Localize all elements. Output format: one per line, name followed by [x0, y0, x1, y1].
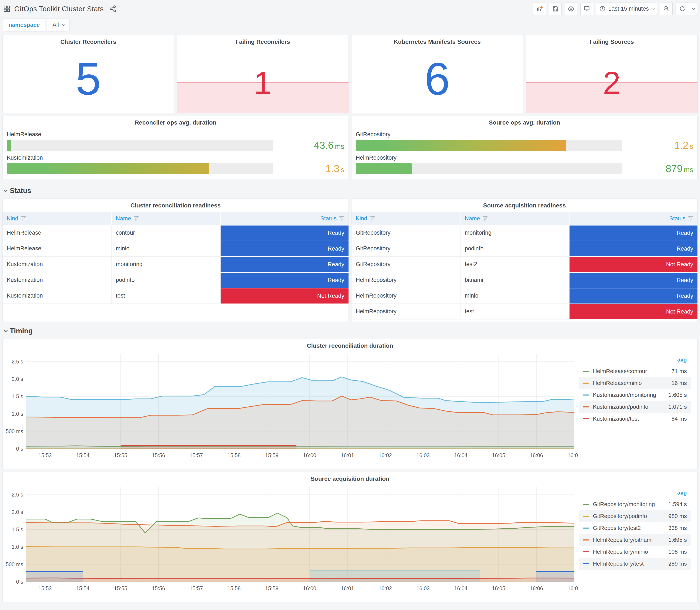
column-header-name[interactable]: Name — [460, 212, 570, 225]
cell-kind: GitRepository — [352, 257, 460, 272]
gauge-row: HelmRelease43.6ms — [7, 131, 344, 151]
filter-icon[interactable] — [370, 216, 375, 221]
table-row: GitRepositorytest2Not Ready — [352, 257, 698, 272]
readiness-table: KindNameStatusGitRepositorymonitoringRea… — [352, 212, 698, 319]
add-panel-button[interactable] — [533, 2, 546, 15]
chevron-down-icon — [62, 22, 65, 26]
gauge-bar-track — [356, 163, 622, 174]
section-timing[interactable]: Timing — [2, 323, 698, 339]
cell-kind: HelmRelease — [2, 241, 112, 257]
variable-namespace-value: All — [52, 22, 59, 28]
gauge-row: Kustomization1.3s — [7, 155, 344, 175]
gauge-row-value: 879ms — [630, 163, 693, 175]
table-row: KustomizationmonitoringReady — [2, 257, 348, 272]
save-dashboard-button[interactable] — [549, 2, 561, 15]
svg-text:15:57: 15:57 — [190, 452, 203, 458]
legend-item[interactable]: Kustomization/test84 ms — [579, 413, 691, 425]
legend-item[interactable]: HelmRepository/minio108 ms — [579, 546, 691, 558]
gauge-bar-fill — [7, 163, 209, 174]
legend-item[interactable]: Kustomization/podinfo1.071 s — [579, 401, 691, 413]
time-range-picker[interactable]: Last 15 minutes — [596, 2, 657, 15]
svg-text:16:01: 16:01 — [341, 585, 354, 591]
tables-row: Cluster reconciliation readinessKindName… — [2, 198, 698, 322]
svg-text:15:55: 15:55 — [114, 452, 127, 458]
filter-icon[interactable] — [688, 216, 693, 221]
svg-text:15:53: 15:53 — [38, 452, 52, 458]
gauge-bar-track — [356, 140, 622, 151]
gauge-body: GitRepository1.2sHelmRepository879ms — [352, 126, 698, 175]
stat-panel-3: Kubernetes Manifests Sources6 — [351, 35, 523, 113]
chart-plot: 15:5315:5415:5515:5615:5715:5815:5916:00… — [4, 350, 577, 461]
status-badge: Ready — [570, 273, 698, 288]
legend-item[interactable]: GitRepository/podinfo980 ms — [579, 510, 691, 522]
series-avg-value: 71 ms — [671, 368, 687, 374]
status-badge: Not Ready — [570, 304, 698, 319]
series-avg-value: 1.605 s — [668, 392, 687, 398]
filter-icon[interactable] — [134, 216, 139, 221]
dashboard-settings-button[interactable] — [565, 2, 577, 15]
refresh-split-button — [675, 2, 697, 15]
series-name: HelmRepository/bitnami — [593, 537, 653, 543]
gauge-row-label: Kustomization — [7, 155, 344, 161]
variable-namespace-dropdown[interactable]: All — [47, 18, 69, 31]
series-color-dash — [583, 383, 589, 384]
refresh-interval-dropdown[interactable] — [689, 3, 697, 15]
legend-item[interactable]: HelmRelease/minio16 ms — [579, 377, 691, 389]
cycle-view-mode-button[interactable] — [580, 2, 593, 15]
svg-text:1.0 s: 1.0 s — [12, 544, 23, 550]
chevron-down-icon — [652, 6, 655, 10]
legend-item[interactable]: GitRepository/test2338 ms — [579, 522, 691, 534]
chart-title: Source acquisition duration — [2, 472, 698, 482]
column-header-kind[interactable]: Kind — [2, 212, 112, 225]
filter-icon[interactable] — [339, 216, 344, 221]
svg-text:16:03: 16:03 — [416, 452, 430, 458]
filter-icon[interactable] — [21, 216, 26, 221]
legend-item[interactable]: HelmRelease/contour71 ms — [579, 365, 691, 377]
table-title: Cluster reconciliation readiness — [2, 199, 348, 209]
series-color-dash — [583, 528, 589, 529]
svg-text:16:05: 16:05 — [492, 585, 505, 591]
series-avg-value: 289 ms — [668, 561, 687, 567]
chart-legend: avgHelmRelease/contour71 msHelmRelease/m… — [577, 350, 694, 461]
zoom-out-button[interactable] — [660, 2, 672, 15]
series-name: HelmRelease/minio — [593, 380, 642, 386]
svg-text:16:04: 16:04 — [454, 452, 468, 458]
legend-item[interactable]: HelmRepository/test289 ms — [579, 558, 691, 569]
column-header-status[interactable]: Status — [570, 212, 698, 225]
cell-kind: Kustomization — [2, 257, 112, 272]
share-icon[interactable] — [109, 5, 116, 12]
cell-kind: HelmRepository — [352, 272, 460, 288]
svg-text:15:55: 15:55 — [114, 585, 127, 591]
table-row: KustomizationpodinfoReady — [2, 272, 348, 288]
svg-text:15:54: 15:54 — [76, 585, 90, 591]
column-header-kind[interactable]: Kind — [352, 212, 460, 225]
series-color-dash — [583, 371, 589, 372]
column-header-name[interactable]: Name — [112, 212, 221, 225]
svg-text:15:59: 15:59 — [265, 452, 279, 458]
legend-item[interactable]: Kustomization/monitoring1.605 s — [579, 389, 691, 401]
series-color-dash — [583, 504, 589, 505]
legend-avg-header: avg — [579, 489, 691, 498]
stat-panel-2: Failing Reconcilers1 — [177, 35, 349, 113]
column-header-status[interactable]: Status — [221, 212, 348, 225]
gauges-row: Reconciler ops avg. durationHelmRelease4… — [2, 116, 698, 179]
status-badge: Ready — [221, 257, 348, 272]
refresh-button[interactable] — [676, 3, 689, 15]
variables-row: namespace All — [2, 15, 698, 35]
chevron-down-icon — [4, 188, 7, 192]
table-row: HelmRepositoryminioReady — [352, 288, 698, 304]
status-badge: Ready — [221, 241, 348, 256]
svg-text:16:02: 16:02 — [378, 452, 392, 458]
dashboard-toolbar: Last 15 minutes — [533, 2, 697, 15]
series-avg-value: 1.695 s — [668, 537, 687, 543]
svg-text:16:00: 16:00 — [303, 452, 316, 458]
charts-area: Cluster reconciliation duration15:5315:5… — [2, 339, 698, 602]
series-color-dash — [583, 551, 589, 552]
stat-value: 6 — [352, 52, 523, 105]
filter-icon[interactable] — [483, 216, 488, 221]
section-status[interactable]: Status — [2, 183, 698, 198]
legend-item[interactable]: GitRepository/monitoring1.594 s — [579, 498, 691, 510]
gauge-panel-title: Reconciler ops avg. duration — [2, 116, 348, 126]
legend-item[interactable]: HelmRepository/bitnami1.695 s — [579, 534, 691, 546]
cell-kind: GitRepository — [352, 225, 460, 241]
